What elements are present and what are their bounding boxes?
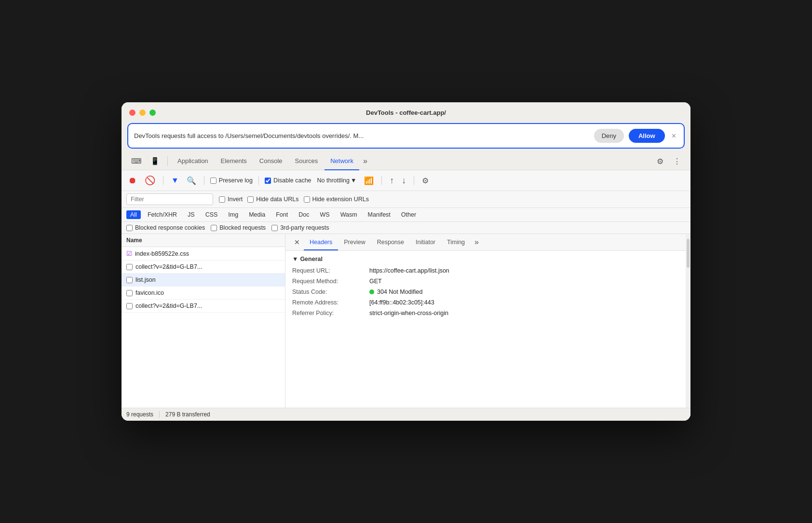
search-icon[interactable]: 🔍: [185, 174, 198, 187]
tab-bar: ⌨ 📱 Application Elements Console Sources…: [122, 152, 690, 170]
detail-key-referrer: Referrer Policy:: [292, 310, 369, 317]
filter-checkboxes: Invert Hide data URLs Hide extension URL…: [219, 196, 369, 203]
tab-more-icon[interactable]: »: [360, 153, 370, 169]
type-all[interactable]: All: [126, 210, 141, 219]
detail-tab-headers[interactable]: Headers: [304, 235, 338, 250]
toolbar-sep4: [381, 176, 382, 185]
network-settings-icon[interactable]: ⚙: [420, 174, 431, 187]
file-name-collect1: collect?v=2&tid=G-LB7...: [135, 263, 202, 270]
detail-value-referrer: strict-origin-when-cross-origin: [369, 310, 448, 317]
file-checkbox-favicon[interactable]: [126, 290, 133, 296]
hide-ext-urls-label[interactable]: Hide extension URLs: [304, 196, 369, 203]
detail-tab-initiator[interactable]: Initiator: [410, 235, 441, 250]
detail-close-button[interactable]: ✕: [290, 234, 304, 250]
filter-bar: Invert Hide data URLs Hide extension URL…: [122, 191, 690, 208]
allow-button[interactable]: Allow: [629, 129, 665, 143]
clear-button[interactable]: 🚫: [143, 173, 157, 188]
file-item-css[interactable]: ☑ index-b859522e.css: [122, 247, 285, 261]
filter-icon[interactable]: ▼: [169, 174, 181, 187]
scrollbar-thumb[interactable]: [687, 239, 690, 268]
type-other[interactable]: Other: [397, 210, 420, 219]
file-item-collect1[interactable]: collect?v=2&tid=G-LB7...: [122, 261, 285, 274]
type-wasm[interactable]: Wasm: [337, 210, 361, 219]
settings-icon[interactable]: ⚙: [653, 154, 667, 169]
disable-cache-label[interactable]: Disable cache: [265, 177, 311, 184]
invert-checkbox[interactable]: [219, 196, 225, 203]
device-icon[interactable]: 📱: [147, 153, 163, 169]
network-toolbar: ⏺ 🚫 ▼ 🔍 Preserve log Disable cache No th…: [122, 170, 690, 191]
title-bar: DevTools - coffee-cart.app/: [122, 102, 690, 120]
detail-row-status: Status Code: 304 Not Modified: [292, 289, 679, 295]
blocked-cookies-checkbox[interactable]: [126, 225, 133, 231]
scrollbar[interactable]: [686, 234, 690, 408]
detail-tab-response[interactable]: Response: [371, 235, 410, 250]
detail-tab-more[interactable]: »: [473, 234, 481, 250]
tab-console[interactable]: Console: [254, 152, 288, 170]
maximize-button[interactable]: [149, 110, 156, 116]
file-item-collect2[interactable]: collect?v=2&tid=G-LB7...: [122, 300, 285, 313]
blocked-bar: Blocked response cookies Blocked request…: [122, 222, 690, 234]
disable-cache-checkbox[interactable]: [265, 178, 271, 184]
wifi-icon[interactable]: 📶: [362, 174, 376, 187]
file-checkbox-listjson[interactable]: [126, 277, 133, 283]
more-options-icon[interactable]: ⋮: [669, 154, 685, 169]
throttle-arrow: ▼: [351, 177, 356, 184]
window-title: DevTools - coffee-cart.app/: [366, 109, 446, 116]
detail-tab-timing[interactable]: Timing: [441, 235, 471, 250]
download-icon[interactable]: ↓: [400, 174, 408, 188]
throttle-selector[interactable]: No throttling ▼: [315, 176, 359, 185]
file-checkbox-collect2[interactable]: [126, 303, 133, 309]
blocked-cookies-label[interactable]: Blocked response cookies: [126, 224, 205, 231]
traffic-lights: [129, 110, 156, 116]
close-button[interactable]: [129, 110, 135, 116]
third-party-checkbox[interactable]: [271, 225, 278, 231]
detail-key-status: Status Code:: [292, 289, 369, 295]
type-media[interactable]: Media: [245, 210, 269, 219]
third-party-label[interactable]: 3rd-party requests: [271, 224, 329, 231]
record-stop-button[interactable]: ⏺: [126, 174, 139, 188]
file-checkbox-css[interactable]: ☑: [126, 250, 132, 257]
general-section: ▼ General Request URL: https://coffee-ca…: [285, 251, 686, 325]
tab-network[interactable]: Network: [325, 152, 359, 170]
type-ws[interactable]: WS: [316, 210, 333, 219]
toolbar-sep5: [414, 176, 414, 185]
file-item-listjson[interactable]: list.json: [122, 274, 285, 287]
detail-value-remote: [64:ff9b::4b02:3c05]:443: [369, 299, 434, 306]
blocked-requests-label[interactable]: Blocked requests: [211, 224, 266, 231]
minimize-button[interactable]: [139, 110, 146, 116]
footer-bar: 9 requests 279 B transferred: [122, 408, 690, 421]
detail-value-method: GET: [369, 278, 382, 285]
file-name-listjson: list.json: [135, 276, 156, 283]
type-fetch-xhr[interactable]: Fetch/XHR: [144, 210, 181, 219]
blocked-requests-checkbox[interactable]: [211, 225, 217, 231]
type-css[interactable]: CSS: [202, 210, 222, 219]
filter-input[interactable]: [126, 193, 213, 205]
upload-icon[interactable]: ↑: [388, 174, 396, 188]
detail-key-remote: Remote Address:: [292, 299, 369, 306]
permission-message: DevTools requests full access to /Users/…: [134, 132, 589, 139]
type-font[interactable]: Font: [272, 210, 292, 219]
type-doc[interactable]: Doc: [295, 210, 313, 219]
deny-button[interactable]: Deny: [594, 129, 624, 143]
type-img[interactable]: Img: [224, 210, 242, 219]
footer-separator: [159, 411, 160, 418]
detail-tab-preview[interactable]: Preview: [338, 235, 371, 250]
invert-label[interactable]: Invert: [219, 196, 243, 203]
preserve-log-checkbox[interactable]: [210, 178, 217, 184]
tab-elements[interactable]: Elements: [215, 152, 253, 170]
permission-close-button[interactable]: ×: [670, 132, 678, 140]
hide-ext-urls-checkbox[interactable]: [304, 196, 310, 203]
type-manifest[interactable]: Manifest: [364, 210, 394, 219]
cursor-icon[interactable]: ⌨: [127, 153, 146, 169]
tab-application[interactable]: Application: [172, 152, 214, 170]
type-js[interactable]: JS: [184, 210, 199, 219]
requests-count: 9 requests: [126, 411, 153, 418]
hide-data-urls-checkbox[interactable]: [247, 196, 254, 203]
tab-sources[interactable]: Sources: [289, 152, 324, 170]
preserve-log-label[interactable]: Preserve log: [210, 177, 253, 184]
file-name-collect2: collect?v=2&tid=G-LB7...: [135, 303, 202, 309]
file-checkbox-collect1[interactable]: [126, 264, 133, 270]
detail-key-method: Request Method:: [292, 278, 369, 285]
hide-data-urls-label[interactable]: Hide data URLs: [247, 196, 298, 203]
file-item-favicon[interactable]: favicon.ico: [122, 287, 285, 300]
